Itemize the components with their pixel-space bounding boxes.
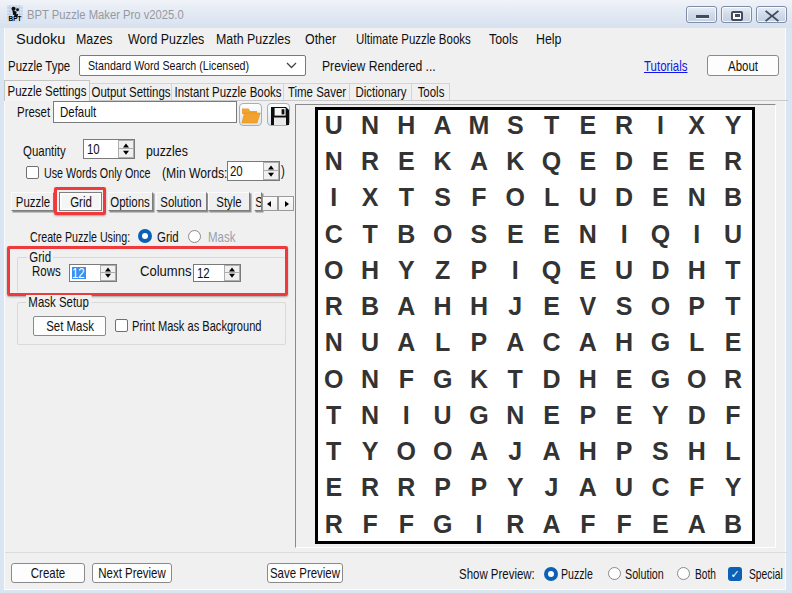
svg-text:BPT: BPT [9,15,22,22]
